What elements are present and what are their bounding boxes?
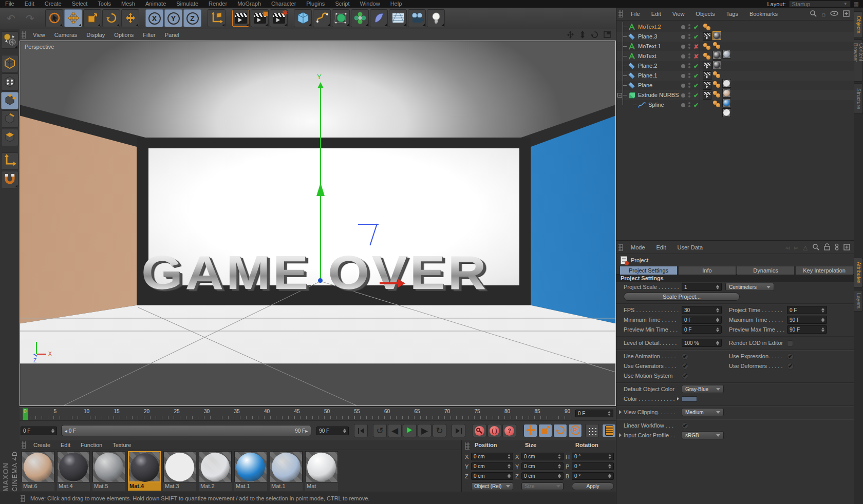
loop-button[interactable]: ↻ — [433, 424, 446, 437]
attribute-field[interactable]: 0 F — [682, 325, 722, 334]
object-mode-dropdown[interactable]: Object (Rel) — [471, 482, 513, 490]
checkbox-checked[interactable]: ✔ — [787, 363, 794, 370]
range-scrollbar[interactable]: ◂0 F90 F▸ — [61, 425, 312, 436]
tab-info[interactable]: Info — [678, 266, 736, 275]
om-menu-tags[interactable]: Tags — [721, 11, 744, 17]
play-button[interactable] — [403, 424, 417, 437]
object-row[interactable]: Spline✔ — [616, 100, 854, 110]
material-menu-function[interactable]: Function — [76, 442, 107, 448]
render-settings-button[interactable]: ✱ — [270, 9, 288, 27]
live-selection-button[interactable] — [45, 9, 63, 27]
visibility-toggles[interactable] — [688, 92, 690, 98]
scale-button[interactable] — [83, 9, 101, 27]
attribute-field[interactable]: 1 — [682, 283, 722, 291]
render-tag[interactable] — [703, 91, 711, 100]
add-button[interactable] — [843, 10, 850, 18]
history-button[interactable] — [835, 243, 839, 251]
coords-field[interactable]: 0 ° — [572, 462, 614, 470]
menubar-item-simulate[interactable]: Simulate — [171, 0, 203, 8]
om-menu-bookmarks[interactable]: Bookmarks — [744, 11, 783, 17]
enable-toggle[interactable]: ✘ — [693, 43, 699, 50]
range-right-arrow[interactable]: ▸ — [305, 428, 308, 434]
om-menu-file[interactable]: File — [625, 11, 646, 17]
visibility-toggles[interactable] — [688, 83, 690, 88]
y-axis-arrow-icon[interactable] — [317, 82, 324, 88]
layer-dot[interactable] — [681, 64, 685, 68]
expand-arrow-icon[interactable] — [619, 410, 622, 414]
color-expand-icon[interactable] — [677, 397, 679, 400]
menubar-item-script[interactable]: Script — [330, 0, 354, 8]
edges-mode-button[interactable] — [1, 110, 18, 128]
points-mode-button[interactable] — [1, 92, 18, 109]
checkbox-checked[interactable]: ✔ — [682, 422, 688, 429]
texture-mode-button[interactable] — [1, 73, 18, 91]
menubar-item-file[interactable]: File — [0, 0, 20, 8]
current-frame-field[interactable]: 0 F — [21, 427, 57, 435]
checkbox-checked[interactable]: ✔ — [682, 363, 688, 370]
object-label[interactable]: MoText.2 — [638, 24, 661, 30]
enable-toggle[interactable]: ✔ — [693, 24, 699, 31]
material-menu-create[interactable]: Create — [28, 442, 55, 448]
coords-field[interactable]: 0 cm — [521, 462, 564, 470]
menubar-item-mograph[interactable]: MoGraph — [232, 0, 266, 8]
environment-button[interactable] — [389, 9, 407, 27]
menubar-item-tools[interactable]: Tools — [92, 0, 116, 8]
forward-button[interactable]: ▻ — [794, 244, 798, 251]
object-label[interactable]: MoText.1 — [638, 43, 661, 49]
viewport-menu-options[interactable]: Options — [109, 29, 138, 41]
tab-key-interpolation[interactable]: Key Interpolation — [795, 266, 853, 275]
phong-tag[interactable] — [703, 23, 711, 31]
coords-field[interactable]: 0 cm — [471, 472, 513, 480]
lock-button[interactable] — [824, 243, 830, 251]
eye-button[interactable] — [830, 11, 838, 17]
spline-button[interactable] — [313, 9, 331, 27]
object-row[interactable]: −Extrude NURBS✔ — [616, 90, 854, 100]
panel-grip[interactable] — [21, 495, 25, 502]
search-button[interactable] — [810, 10, 817, 18]
enable-toggle[interactable]: ✔ — [693, 82, 699, 89]
coords-field[interactable]: 0 ° — [572, 453, 614, 460]
undo-button[interactable]: ↶ — [2, 9, 20, 27]
render-tag[interactable] — [703, 32, 711, 41]
timeline-ruler[interactable]: 051015202530354045505560657075808590 0 F — [20, 407, 616, 421]
record-key-button[interactable] — [473, 424, 486, 437]
timeline-window-button[interactable] — [602, 424, 616, 437]
layer-dot[interactable] — [681, 25, 685, 29]
rotate-view-button[interactable] — [591, 31, 598, 40]
object-row[interactable]: MoText.2✔ — [616, 22, 854, 32]
expand-arrow-icon[interactable] — [619, 433, 622, 437]
menubar-item-plugins[interactable]: Plugins — [301, 0, 330, 8]
make-editable-button[interactable] — [1, 31, 18, 49]
material-item[interactable]: Mat.5 — [92, 451, 125, 491]
tab-dynamics[interactable]: Dynamics — [737, 266, 795, 275]
material-item[interactable]: Mat — [305, 451, 338, 491]
menubar-item-select[interactable]: Select — [67, 0, 93, 8]
material-menu-edit[interactable]: Edit — [55, 442, 76, 448]
menubar-item-render[interactable]: Render — [203, 0, 232, 8]
next-frame-button[interactable]: ▶ — [418, 424, 431, 437]
layer-dot[interactable] — [681, 35, 685, 39]
origin-point[interactable] — [318, 278, 323, 283]
enable-toggle[interactable]: ✘ — [693, 53, 699, 60]
render-to-picture-button[interactable] — [251, 9, 269, 27]
checkbox-checked[interactable]: ✔ — [682, 373, 688, 379]
material-item[interactable]: Mat.1 — [270, 451, 303, 491]
menubar-item-create[interactable]: Create — [40, 0, 67, 8]
camera-label[interactable]: Perspective — [25, 44, 54, 50]
attribute-dropdown[interactable]: sRGB — [682, 431, 724, 439]
object-row[interactable]: MoText✘ — [616, 51, 854, 61]
polygons-mode-button[interactable] — [1, 129, 18, 146]
question-button[interactable]: ? — [502, 424, 516, 437]
phong-tag[interactable] — [703, 52, 711, 61]
redo-button[interactable]: ↷ — [21, 9, 39, 27]
key-rotation-button[interactable] — [553, 424, 567, 437]
attribute-field[interactable]: 0 F — [787, 306, 827, 314]
end-frame-field[interactable]: 90 F — [316, 427, 349, 435]
attribute-field[interactable]: 0 F — [682, 316, 722, 324]
visibility-toggles[interactable] — [688, 53, 690, 59]
render-tag[interactable] — [703, 81, 711, 90]
material-item[interactable]: Mat.6 — [22, 451, 54, 491]
deformer-button[interactable] — [370, 9, 388, 27]
axis-lock-x-button[interactable]: X — [145, 9, 163, 27]
side-tab-content-browser[interactable]: Content Browser — [854, 40, 863, 82]
